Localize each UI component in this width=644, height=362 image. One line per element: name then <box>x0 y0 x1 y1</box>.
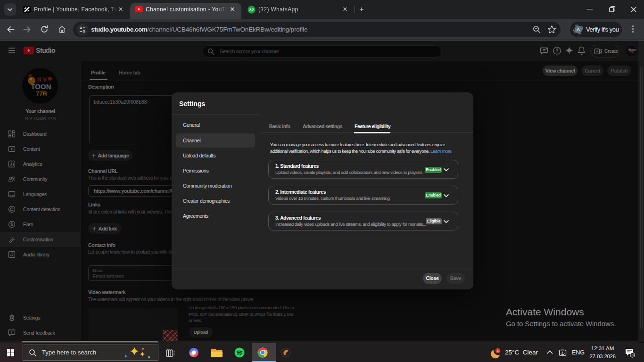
svg-text:A: A <box>577 27 580 32</box>
svg-text:32: 32 <box>249 8 254 12</box>
svg-text:3: 3 <box>631 353 633 357</box>
svg-text:1: 1 <box>497 349 499 353</box>
